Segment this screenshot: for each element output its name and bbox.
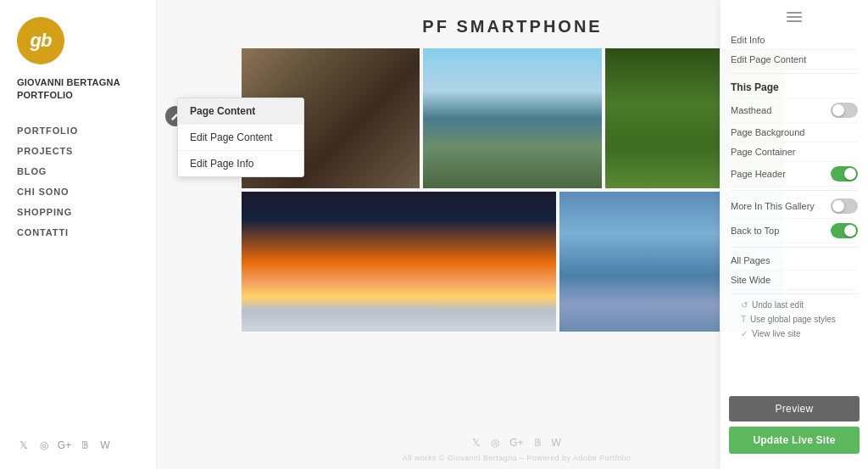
hamburger-line-2 — [787, 16, 802, 18]
global-styles-label: Use global page styles — [750, 315, 836, 324]
panel-actions: Preview Update Live Site — [721, 389, 868, 461]
preview-button[interactable]: Preview — [729, 396, 860, 422]
edit-info-label: Edit Info — [731, 35, 765, 45]
page-header-label: Page Header — [731, 169, 786, 179]
behance-icon[interactable]: 𝔹 — [78, 438, 92, 452]
sidebar-item-portfolio[interactable]: PORTFOLIO — [17, 121, 139, 140]
masthead-label: Masthead — [731, 105, 771, 115]
panel-edit-page-content[interactable]: Edit Page Content — [731, 50, 858, 70]
panel-divider-2 — [731, 190, 858, 191]
panel-this-page[interactable]: This Page — [731, 77, 858, 98]
panel-back-to-top[interactable]: Back to Top — [731, 219, 858, 243]
page-header-toggle-knob — [844, 168, 856, 180]
gallery-photo-coast[interactable] — [423, 48, 602, 188]
nav-menu: PORTFOLIO PROJECTS BLOG CHI SONO SHOPPIN… — [17, 121, 139, 242]
panel-edit-info[interactable]: Edit Info — [731, 31, 858, 50]
panel-divider-3 — [731, 247, 858, 248]
footer: 𝕏 ◎ G+ 𝔹 W All works © Giovanni Bertagna… — [314, 428, 720, 469]
undo-label: Undo last edit — [752, 300, 804, 310]
footer-instagram-icon[interactable]: ◎ — [491, 437, 499, 449]
footer-twitter-icon[interactable]: 𝕏 — [472, 437, 481, 449]
page-header-toggle[interactable] — [831, 166, 858, 181]
site-wide-label: Site Wide — [731, 275, 771, 285]
this-page-label: This Page — [731, 81, 779, 93]
page-container-label: Page Container — [731, 147, 795, 157]
masthead-toggle-knob — [832, 104, 844, 116]
footer-social-icons: 𝕏 ◎ G+ 𝔹 W — [314, 437, 720, 449]
sidebar-item-contatti[interactable]: CONTATTI — [17, 223, 139, 242]
panel-divider-1 — [731, 73, 858, 74]
footer-behance-icon[interactable]: 𝔹 — [534, 437, 542, 449]
panel-divider-4 — [731, 293, 858, 294]
logo[interactable]: gb — [17, 17, 64, 64]
logo-text: gb — [31, 30, 52, 52]
hamburger-line-3 — [787, 20, 802, 22]
back-to-top-label: Back to Top — [731, 226, 779, 236]
sidebar: gb GIOVANNI BERTAGNA PORTFOLIO PORTFOLIO… — [0, 0, 157, 469]
type-icon: T — [741, 315, 746, 324]
sidebar-item-shopping[interactable]: SHOPPING — [17, 203, 139, 221]
all-pages-label: All Pages — [731, 255, 770, 265]
site-name: GIOVANNI BERTAGNA PORTFOLIO — [17, 76, 139, 103]
footer-google-plus-icon[interactable]: G+ — [509, 437, 523, 449]
undo-icon: ↺ — [741, 300, 748, 310]
context-menu: Page Content Edit Page Content Edit Page… — [177, 98, 304, 177]
gallery-wrapper — [242, 48, 784, 332]
wordpress-icon[interactable]: W — [98, 438, 112, 452]
panel-view-live-link[interactable]: ✓ View live site — [731, 327, 858, 341]
edit-page-content-label: Edit Page Content — [731, 54, 806, 64]
panel-page-container[interactable]: Page Container — [731, 142, 858, 162]
social-icons: 𝕏 ◎ G+ 𝔹 W — [17, 438, 139, 452]
sidebar-item-chi-sono[interactable]: CHI SONO — [17, 182, 139, 201]
page-background-label: Page Background — [731, 127, 804, 137]
back-to-top-toggle[interactable] — [831, 223, 858, 238]
footer-copyright: All works © Giovanni Bertagna – Powered … — [314, 454, 720, 462]
hamburger-icon — [787, 12, 802, 22]
panel-site-wide[interactable]: Site Wide — [731, 271, 858, 290]
panel-undo-link[interactable]: ↺ Undo last edit — [731, 298, 858, 312]
context-menu-page-content[interactable]: Page Content — [178, 98, 303, 125]
gallery-row-2 — [242, 192, 784, 332]
twitter-icon[interactable]: 𝕏 — [17, 438, 31, 452]
context-menu-edit-page-info[interactable]: Edit Page Info — [178, 151, 303, 176]
panel-hamburger[interactable] — [721, 8, 868, 25]
sidebar-item-blog[interactable]: BLOG — [17, 162, 139, 181]
hamburger-line-1 — [787, 12, 802, 14]
update-live-site-button[interactable]: Update Live Site — [729, 427, 860, 454]
context-menu-edit-page-content[interactable]: Edit Page Content — [178, 125, 303, 151]
more-in-gallery-toggle-knob — [832, 200, 844, 212]
panel-masthead[interactable]: Masthead — [731, 98, 858, 123]
link-icon: ✓ — [741, 329, 748, 338]
more-in-gallery-toggle[interactable] — [831, 198, 858, 214]
panel-more-in-gallery[interactable]: More In This Gallery — [731, 194, 858, 219]
panel-global-styles-link[interactable]: T Use global page styles — [731, 312, 858, 327]
footer-wordpress-icon[interactable]: W — [552, 437, 561, 449]
google-plus-icon[interactable]: G+ — [58, 438, 71, 452]
view-live-label: View live site — [752, 329, 801, 338]
panel-page-header[interactable]: Page Header — [731, 162, 858, 187]
more-in-gallery-label: More In This Gallery — [731, 201, 815, 211]
panel-all-pages[interactable]: All Pages — [731, 251, 858, 271]
right-panel: Edit Info Edit Page Content This Page Ma… — [720, 0, 868, 469]
panel-section: Edit Info Edit Page Content This Page Ma… — [721, 31, 868, 341]
instagram-icon[interactable]: ◎ — [37, 438, 51, 452]
gallery-row-1 — [242, 48, 784, 188]
back-to-top-toggle-knob — [844, 225, 856, 237]
masthead-toggle[interactable] — [831, 103, 858, 118]
gallery-photo-sunset[interactable] — [242, 192, 556, 332]
sidebar-item-projects[interactable]: PROJECTS — [17, 142, 139, 160]
panel-page-background[interactable]: Page Background — [731, 123, 858, 142]
